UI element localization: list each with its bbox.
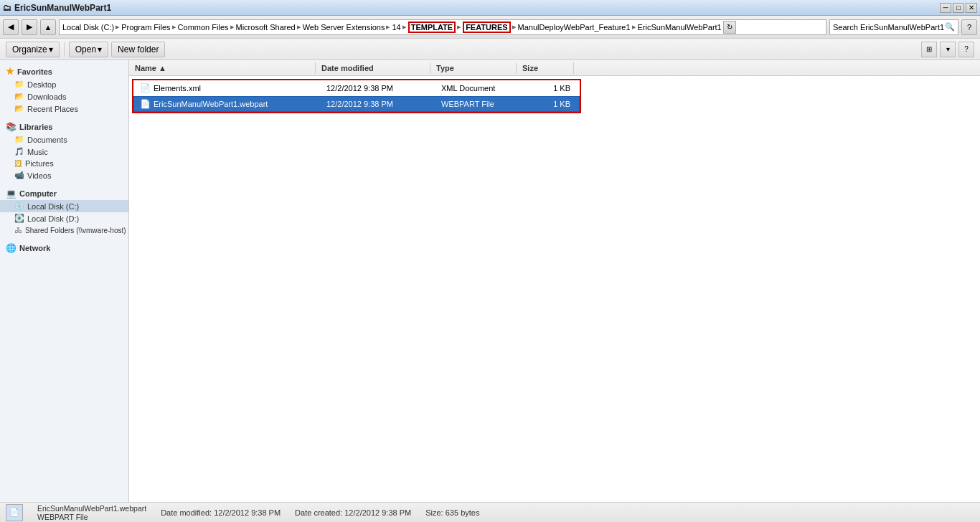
file-type-webpart: WEBPART File bbox=[435, 99, 522, 109]
navigation-toolbar: ◀ ▶ ▲ Local Disk (C:) ▸ Program Files ▸ … bbox=[0, 16, 980, 39]
minimize-button[interactable]: ─ bbox=[940, 3, 951, 13]
breadcrumb-local-disk[interactable]: Local Disk (C:) bbox=[62, 23, 114, 32]
sidebar-item-videos[interactable]: 📹 Videos bbox=[0, 169, 128, 181]
window-title-text: EricSunManulWebPart1 bbox=[14, 3, 111, 13]
sidebar-item-music[interactable]: 🎵 Music bbox=[0, 146, 128, 158]
view-dropdown-button[interactable]: ▾ bbox=[940, 42, 956, 57]
sidebar-item-label: Shared Folders (\\vmware-host) (Z:) bbox=[25, 227, 129, 234]
folder-icon: 📹 bbox=[14, 171, 24, 180]
view-options-button[interactable]: ⊞ bbox=[921, 42, 937, 57]
main-content: ★ Favorites 📁 Desktop 📂 Downloads 📂 Rece… bbox=[0, 60, 980, 502]
new-folder-button[interactable]: New folder bbox=[111, 42, 165, 57]
file-row-elements-xml[interactable]: 📄 Elements.xml 12/2/2012 9:38 PM XML Doc… bbox=[133, 80, 580, 96]
organize-label: Organize bbox=[12, 44, 47, 54]
file-type-elements-xml: XML Document bbox=[435, 83, 522, 93]
file-size-webpart: 1 KB bbox=[522, 99, 579, 109]
toolbar-separator-1 bbox=[64, 42, 65, 57]
sidebar-item-downloads[interactable]: 📂 Downloads bbox=[0, 90, 128, 103]
file-name-elements-xml: 📄 Elements.xml bbox=[134, 82, 321, 94]
computer-icon: 💻 bbox=[6, 189, 17, 199]
breadcrumb-features[interactable]: FEATURES bbox=[463, 22, 510, 33]
sidebar-computer-header[interactable]: 💻 Computer bbox=[0, 186, 128, 200]
column-date-label: Date modified bbox=[321, 64, 374, 72]
sidebar-item-documents[interactable]: 📁 Documents bbox=[0, 133, 128, 146]
column-header-name[interactable]: Name ▲ bbox=[129, 62, 316, 74]
sidebar-item-pictures[interactable]: 🖼 Pictures bbox=[0, 158, 128, 169]
date-modified-value: 12/2/2012 9:38 PM bbox=[214, 508, 281, 517]
column-header-type[interactable]: Type bbox=[430, 62, 517, 74]
sidebar-item-label: Downloads bbox=[27, 92, 66, 101]
window-title: 🗂 EricSunManulWebPart1 bbox=[3, 3, 111, 13]
sidebar-item-desktop[interactable]: 📁 Desktop bbox=[0, 78, 128, 90]
sidebar-network-header[interactable]: 🌐 Network bbox=[0, 240, 128, 255]
webpart-file-icon: 📄 bbox=[140, 99, 151, 109]
favorites-icon: ★ bbox=[6, 66, 14, 77]
breadcrumb-web-server-ext[interactable]: Web Server Extensions bbox=[303, 23, 385, 32]
breadcrumb: Local Disk (C:) ▸ Program Files ▸ Common… bbox=[62, 22, 722, 33]
sidebar-item-shared-folders[interactable]: 🖧 Shared Folders (\\vmware-host) (Z:) bbox=[0, 224, 128, 236]
sidebar-item-label: Local Disk (C:) bbox=[27, 202, 79, 211]
date-created-value: 12/2/2012 9:38 PM bbox=[344, 508, 411, 517]
sidebar-item-label: Music bbox=[27, 148, 48, 156]
breadcrumb-common-files[interactable]: Common Files bbox=[178, 23, 229, 32]
folder-icon: 📁 bbox=[14, 80, 24, 89]
status-filename: EricSunManulWebPart1.webpart bbox=[37, 504, 146, 513]
new-folder-label: New folder bbox=[118, 44, 159, 54]
breadcrumb-template[interactable]: TEMPLATE bbox=[408, 22, 456, 33]
sidebar-libraries-header[interactable]: 📚 Libraries bbox=[0, 119, 128, 133]
address-bar[interactable]: Local Disk (C:) ▸ Program Files ▸ Common… bbox=[59, 19, 826, 35]
drive-icon: 💽 bbox=[14, 214, 24, 223]
organize-dropdown-icon: ▾ bbox=[49, 44, 53, 54]
up-button[interactable]: ▲ bbox=[40, 19, 56, 35]
status-filetype: WEBPART File bbox=[37, 513, 146, 521]
sidebar-item-local-disk-c[interactable]: 💿 Local Disk (C:) bbox=[0, 200, 128, 212]
libraries-label: Libraries bbox=[19, 123, 52, 131]
close-button[interactable]: ✕ bbox=[966, 3, 977, 13]
status-bar: 📄 EricSunManulWebPart1.webpart WEBPART F… bbox=[0, 502, 980, 522]
back-button[interactable]: ◀ bbox=[3, 19, 19, 35]
sidebar: ★ Favorites 📁 Desktop 📂 Downloads 📂 Rece… bbox=[0, 60, 129, 502]
libraries-icon: 📚 bbox=[6, 122, 17, 132]
organize-button[interactable]: Organize ▾ bbox=[6, 42, 60, 57]
file-list-header: Name ▲ Date modified Type Size bbox=[129, 60, 980, 76]
breadcrumb-webpart1[interactable]: EricSunManulWebPart1 bbox=[638, 23, 722, 32]
sidebar-item-recent-places[interactable]: 📂 Recent Places bbox=[0, 103, 128, 115]
date-created-label: Date created: bbox=[295, 508, 342, 517]
window-icon: 🗂 bbox=[3, 3, 11, 13]
maximize-button[interactable]: □ bbox=[953, 3, 964, 13]
breadcrumb-14[interactable]: 14 bbox=[392, 23, 400, 32]
sidebar-favorites-header[interactable]: ★ Favorites bbox=[0, 63, 128, 78]
help-button[interactable]: ? bbox=[961, 19, 977, 35]
file-list-highlight: 📄 Elements.xml 12/2/2012 9:38 PM XML Doc… bbox=[132, 79, 581, 113]
file-name-text: EricSunManulWebPart1.webpart bbox=[154, 100, 268, 108]
status-file-icon: 📄 bbox=[6, 504, 23, 521]
refresh-button[interactable]: ↻ bbox=[723, 21, 736, 34]
breadcrumb-feature1[interactable]: ManulDeployWebPart_Feature1 bbox=[518, 23, 631, 32]
forward-button[interactable]: ▶ bbox=[22, 19, 37, 35]
breadcrumb-program-files[interactable]: Program Files bbox=[121, 23, 170, 32]
command-toolbar: Organize ▾ Open ▾ New folder ⊞ ▾ ? bbox=[0, 39, 980, 60]
sidebar-item-local-disk-d[interactable]: 💽 Local Disk (D:) bbox=[0, 212, 128, 224]
breadcrumb-microsoft-shared[interactable]: Microsoft Shared bbox=[236, 23, 296, 32]
search-input[interactable] bbox=[833, 23, 945, 32]
sidebar-item-label: Local Disk (D:) bbox=[27, 214, 79, 223]
sidebar-computer-section: 💻 Computer 💿 Local Disk (C:) 💽 Local Dis… bbox=[0, 186, 128, 236]
file-name-webpart: 📄 EricSunManulWebPart1.webpart bbox=[134, 98, 321, 110]
open-button[interactable]: Open ▾ bbox=[69, 42, 108, 57]
search-box[interactable]: 🔍 bbox=[829, 19, 958, 35]
folder-icon: 🖼 bbox=[14, 159, 22, 168]
file-date-webpart: 12/2/2012 9:38 PM bbox=[321, 99, 435, 109]
sidebar-item-label: Recent Places bbox=[27, 105, 78, 113]
window-controls[interactable]: ─ □ ✕ bbox=[940, 3, 977, 13]
favorites-label: Favorites bbox=[17, 67, 52, 76]
sidebar-item-label: Desktop bbox=[27, 80, 56, 89]
column-header-size[interactable]: Size bbox=[517, 62, 574, 74]
search-icon[interactable]: 🔍 bbox=[945, 22, 955, 32]
help-icon[interactable]: ? bbox=[958, 42, 974, 57]
folder-icon: 🎵 bbox=[14, 147, 24, 156]
file-row-webpart[interactable]: 📄 EricSunManulWebPart1.webpart 12/2/2012… bbox=[133, 96, 580, 112]
toolbar2-right: ⊞ ▾ ? bbox=[921, 42, 974, 57]
network-label: Network bbox=[19, 244, 50, 252]
column-header-date[interactable]: Date modified bbox=[316, 62, 430, 74]
status-date-modified: Date modified: 12/2/2012 9:38 PM bbox=[161, 508, 281, 517]
